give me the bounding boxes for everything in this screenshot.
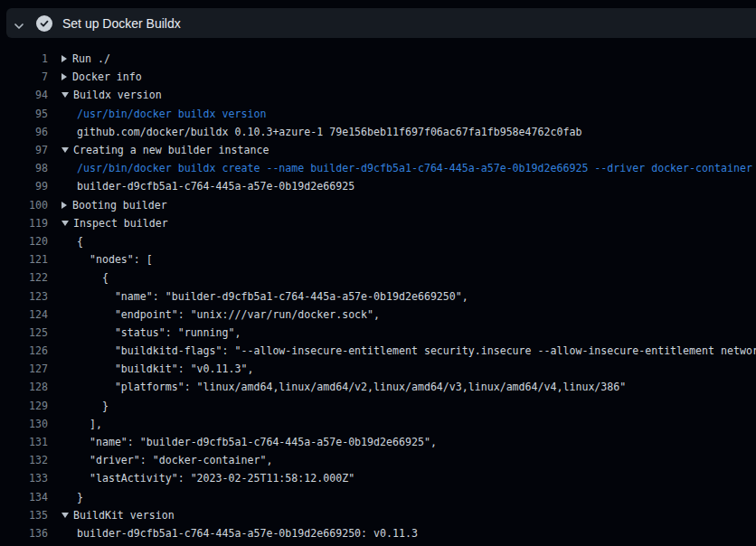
log-line-row: 126 "buildkitd-flags": "--allow-insecure… bbox=[0, 342, 756, 360]
log-group-title: Run ./ bbox=[72, 52, 110, 65]
log-output-text: "buildkit": "v0.11.3", bbox=[77, 362, 253, 375]
log-line-row: 99builder-d9cfb5a1-c764-445a-a57e-0b19d2… bbox=[0, 177, 756, 195]
log-line-row: 95/usr/bin/docker buildx version bbox=[0, 105, 756, 123]
log-line-row: 130 ], bbox=[0, 415, 756, 433]
log-group-title: Buildx version bbox=[73, 89, 162, 101]
line-number[interactable]: 121 bbox=[0, 253, 48, 266]
line-number[interactable]: 125 bbox=[0, 326, 48, 339]
log-command-text: /usr/bin/docker buildx version bbox=[77, 108, 266, 120]
line-number[interactable]: 124 bbox=[0, 308, 48, 321]
log-group-toggle[interactable]: Inspect builder bbox=[61, 217, 168, 230]
log-group-toggle[interactable]: Docker info bbox=[61, 71, 142, 83]
line-number[interactable]: 99 bbox=[0, 180, 48, 193]
line-number[interactable]: 132 bbox=[0, 454, 48, 466]
log-line-row: 133 "lastActivity": "2023-02-25T11:58:12… bbox=[0, 469, 756, 487]
log-lines: 1Run ./7Docker info94Buildx version95/us… bbox=[0, 50, 756, 542]
triangle-right-icon bbox=[61, 73, 67, 80]
log-command-text: /usr/bin/docker buildx create --name bui… bbox=[77, 162, 752, 174]
log-group-title: Inspect builder bbox=[73, 217, 168, 230]
line-number[interactable]: 97 bbox=[0, 144, 48, 156]
log-line-row: 122 { bbox=[0, 268, 756, 287]
log-output-text: builder-d9cfb5a1-c764-445a-a57e-0b19d2e6… bbox=[77, 527, 418, 540]
log-group-toggle[interactable]: Booting builder bbox=[61, 199, 167, 212]
log-output-text: "name": "builder-d9cfb5a1-c764-445a-a57e… bbox=[77, 290, 468, 303]
log-output-text: "endpoint": "unix:///var/run/docker.sock… bbox=[77, 308, 380, 321]
line-number[interactable]: 128 bbox=[0, 381, 48, 393]
log-line-row: 128 "platforms": "linux/amd64,linux/amd6… bbox=[0, 378, 756, 396]
step-header[interactable]: Set up Docker Buildx bbox=[6, 8, 756, 38]
log-output-text: "status": "running", bbox=[77, 326, 241, 339]
log-line-row: 96github.com/docker/buildx 0.10.3+azure-… bbox=[0, 123, 756, 141]
log-line-row: 121 "nodes": [ bbox=[0, 250, 756, 268]
log-output-text: } bbox=[77, 491, 83, 504]
line-number[interactable]: 134 bbox=[0, 491, 48, 504]
log-line-row: 132 "driver": "docker-container", bbox=[0, 451, 756, 469]
log-line-row: 136builder-d9cfb5a1-c764-445a-a57e-0b19d… bbox=[0, 524, 756, 542]
step-title: Set up Docker Buildx bbox=[62, 16, 181, 31]
line-number[interactable]: 100 bbox=[0, 199, 48, 212]
log-line-row: 98/usr/bin/docker buildx create --name b… bbox=[0, 159, 756, 177]
log-output-text: } bbox=[77, 400, 109, 412]
line-number[interactable]: 94 bbox=[0, 89, 48, 101]
log-output-text: "platforms": "linux/amd64,linux/amd64/v2… bbox=[77, 381, 626, 393]
line-number[interactable]: 135 bbox=[0, 509, 48, 522]
log-line-row: 134} bbox=[0, 488, 756, 506]
log-line-row: 123 "name": "builder-d9cfb5a1-c764-445a-… bbox=[0, 287, 756, 305]
triangle-right-icon bbox=[61, 55, 67, 62]
line-number[interactable]: 130 bbox=[0, 418, 48, 430]
log-line-row: 125 "status": "running", bbox=[0, 324, 756, 342]
line-number[interactable]: 136 bbox=[0, 527, 48, 540]
log-line-row: 131 "name": "builder-d9cfb5a1-c764-445a-… bbox=[0, 433, 756, 451]
log-output-text: { bbox=[77, 271, 109, 284]
line-number[interactable]: 96 bbox=[0, 126, 48, 138]
log-output-text: builder-d9cfb5a1-c764-445a-a57e-0b19d2e6… bbox=[77, 180, 354, 193]
log-line-row: 127 "buildkit": "v0.11.3", bbox=[0, 360, 756, 378]
triangle-down-icon bbox=[61, 221, 69, 226]
log-line-row: 124 "endpoint": "unix:///var/run/docker.… bbox=[0, 306, 756, 324]
log-line-row: 129 } bbox=[0, 397, 756, 415]
line-number[interactable]: 127 bbox=[0, 362, 48, 375]
line-number[interactable]: 133 bbox=[0, 472, 48, 485]
log-output-text: "name": "builder-d9cfb5a1-c764-445a-a57e… bbox=[77, 436, 437, 448]
line-number[interactable]: 1 bbox=[0, 52, 48, 65]
log-group-toggle[interactable]: Run ./ bbox=[61, 52, 110, 65]
log-group-row: 100Booting builder bbox=[0, 196, 756, 214]
log-output-text: "driver": "docker-container", bbox=[77, 454, 272, 466]
log-output-text: "buildkitd-flags": "--allow-insecure-ent… bbox=[77, 344, 756, 357]
line-number[interactable]: 7 bbox=[0, 71, 48, 83]
log-group-title: Creating a new builder instance bbox=[73, 144, 269, 156]
line-number[interactable]: 123 bbox=[0, 290, 48, 303]
triangle-down-icon bbox=[61, 92, 69, 98]
log-group-row: 135BuildKit version bbox=[0, 506, 756, 524]
log-group-title: Docker info bbox=[72, 71, 142, 83]
line-number[interactable]: 120 bbox=[0, 235, 48, 248]
log-group-toggle[interactable]: BuildKit version bbox=[61, 509, 175, 522]
log-output-text: "lastActivity": "2023-02-25T11:58:12.000… bbox=[77, 472, 354, 485]
line-number[interactable]: 129 bbox=[0, 400, 48, 412]
log-group-title: BuildKit version bbox=[73, 509, 175, 522]
triangle-right-icon bbox=[61, 202, 67, 209]
line-number[interactable]: 131 bbox=[0, 436, 48, 448]
line-number[interactable]: 119 bbox=[0, 217, 48, 230]
log-group-row: 1Run ./ bbox=[0, 50, 756, 68]
log-output-text: "nodes": [ bbox=[77, 253, 153, 266]
chevron-down-icon[interactable] bbox=[14, 18, 24, 29]
triangle-down-icon bbox=[61, 147, 69, 153]
log-group-row: 94Buildx version bbox=[0, 86, 756, 104]
line-number[interactable]: 126 bbox=[0, 344, 48, 357]
log-group-toggle[interactable]: Creating a new builder instance bbox=[61, 144, 269, 156]
log-group-title: Booting builder bbox=[72, 199, 167, 212]
log-output-text: ], bbox=[77, 418, 102, 430]
line-number[interactable]: 122 bbox=[0, 271, 48, 284]
log-group-row: 119Inspect builder bbox=[0, 214, 756, 232]
line-number[interactable]: 95 bbox=[0, 108, 48, 120]
check-circle-icon bbox=[36, 15, 52, 32]
log-group-toggle[interactable]: Buildx version bbox=[61, 89, 162, 101]
log-group-row: 7Docker info bbox=[0, 68, 756, 86]
log-output-text: { bbox=[77, 235, 83, 248]
log-line-row: 120{ bbox=[0, 232, 756, 250]
triangle-down-icon bbox=[61, 513, 69, 518]
line-number[interactable]: 98 bbox=[0, 162, 48, 174]
log-group-row: 97Creating a new builder instance bbox=[0, 141, 756, 159]
log-output-text: github.com/docker/buildx 0.10.3+azure-1 … bbox=[77, 126, 581, 138]
